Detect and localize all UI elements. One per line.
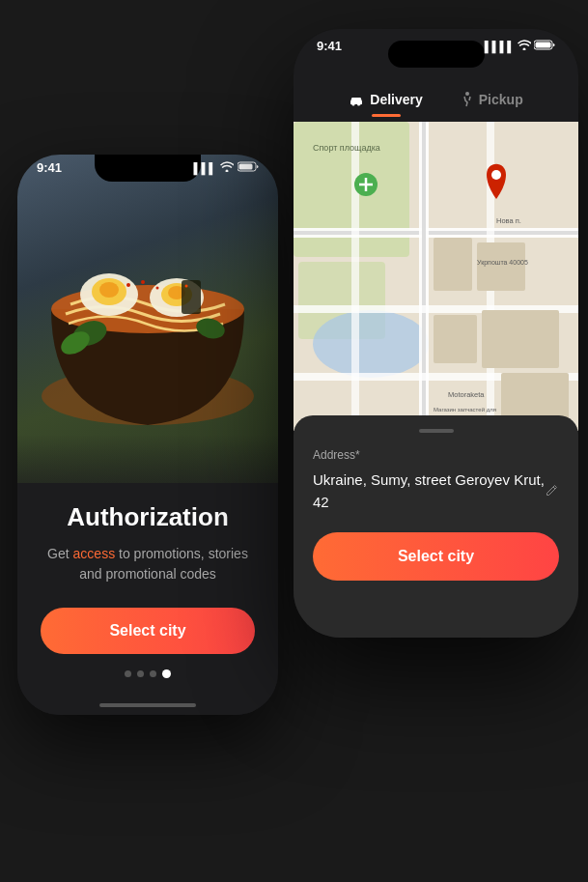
svg-rect-39 <box>501 373 569 421</box>
edit-icon[interactable] <box>544 483 559 502</box>
home-bar-left <box>99 703 196 707</box>
svg-rect-38 <box>482 310 559 368</box>
delivery-tab-bar: Delivery Pickup <box>294 77 578 122</box>
wifi-icon-right <box>518 40 531 52</box>
svg-point-47 <box>491 170 501 180</box>
dot-4 <box>162 669 171 678</box>
tab-delivery-label: Delivery <box>370 92 422 107</box>
signal-icon-left: ▌▌▌ <box>194 162 216 174</box>
svg-rect-30 <box>422 122 426 431</box>
dot-3 <box>150 670 156 677</box>
svg-rect-33 <box>351 122 359 431</box>
bottom-sheet: Address* Ukraine, Sumy, street Geroyev K… <box>294 415 578 638</box>
svg-text:Магазин запчастей для: Магазин запчастей для <box>434 407 496 413</box>
svg-text:Motoraketa: Motoraketa <box>448 390 485 399</box>
svg-point-15 <box>156 287 159 290</box>
svg-rect-37 <box>434 315 477 363</box>
status-icons-left: ▌▌▌ <box>194 161 259 174</box>
dot-2 <box>137 670 144 677</box>
bottom-sheet-handle <box>419 429 454 433</box>
signal-icon-right: ▌▌▌▌ <box>485 41 515 52</box>
auth-title: Authorization <box>67 502 229 532</box>
svg-point-16 <box>141 280 145 284</box>
pagination-dots <box>125 669 171 678</box>
battery-icon-right <box>534 40 555 52</box>
map-svg: Спорт площадка Нова п. Укрпошта 40005 Mo… <box>294 122 578 431</box>
svg-rect-36 <box>477 242 525 291</box>
svg-point-20 <box>352 103 354 105</box>
svg-point-17 <box>185 285 188 288</box>
subtitle-plain: Get <box>47 546 72 561</box>
time-right: 9:41 <box>317 39 342 53</box>
svg-point-22 <box>465 92 469 96</box>
status-bar-right: 9:41 ▌▌▌▌ <box>294 39 578 53</box>
scene: 9:41 ▌▌▌ <box>0 0 588 882</box>
ramen-bowl-svg <box>32 184 264 454</box>
svg-point-6 <box>99 282 119 298</box>
food-image <box>17 155 278 512</box>
address-value: Ukraine, Sumy, street Geroyev Krut, 42 <box>313 469 559 513</box>
tab-delivery[interactable]: Delivery <box>329 84 441 115</box>
status-icons-right: ▌▌▌▌ <box>485 40 555 52</box>
address-label: Address* <box>313 448 559 462</box>
svg-rect-35 <box>434 238 472 291</box>
svg-point-21 <box>359 103 361 105</box>
time-left: 9:41 <box>37 160 62 175</box>
svg-point-14 <box>126 283 130 287</box>
tab-pickup[interactable]: Pickup <box>442 84 543 115</box>
dot-1 <box>125 670 131 677</box>
svg-rect-19 <box>536 43 551 48</box>
walk-icon <box>462 92 473 107</box>
svg-text:Укрпошта 40005: Укрпошта 40005 <box>477 259 528 267</box>
car-icon <box>349 94 364 106</box>
wifi-icon-left <box>220 161 234 174</box>
auth-subtitle: Get access to promotions, stories and pr… <box>41 544 255 584</box>
status-bar-left: 9:41 ▌▌▌ <box>17 160 278 175</box>
svg-text:Нова п.: Нова п. <box>496 216 521 225</box>
svg-point-26 <box>313 310 429 378</box>
auth-panel: Authorization Get access to promotions, … <box>17 483 278 715</box>
tab-pickup-label: Pickup <box>479 92 523 107</box>
svg-text:Спорт площадка: Спорт площадка <box>313 143 380 153</box>
phone-authorization: 9:41 ▌▌▌ <box>17 155 278 715</box>
battery-icon-left <box>238 161 259 174</box>
phone-delivery: 9:41 ▌▌▌▌ <box>294 29 578 638</box>
svg-rect-28 <box>294 231 578 235</box>
svg-rect-1 <box>239 164 253 170</box>
select-city-button-left[interactable]: Select city <box>41 608 255 654</box>
subtitle-accent: access <box>73 546 116 561</box>
select-city-button-right[interactable]: Select city <box>313 532 559 581</box>
map-area: Спорт площадка Нова п. Укрпошта 40005 Mo… <box>294 122 578 431</box>
svg-rect-13 <box>182 280 201 314</box>
